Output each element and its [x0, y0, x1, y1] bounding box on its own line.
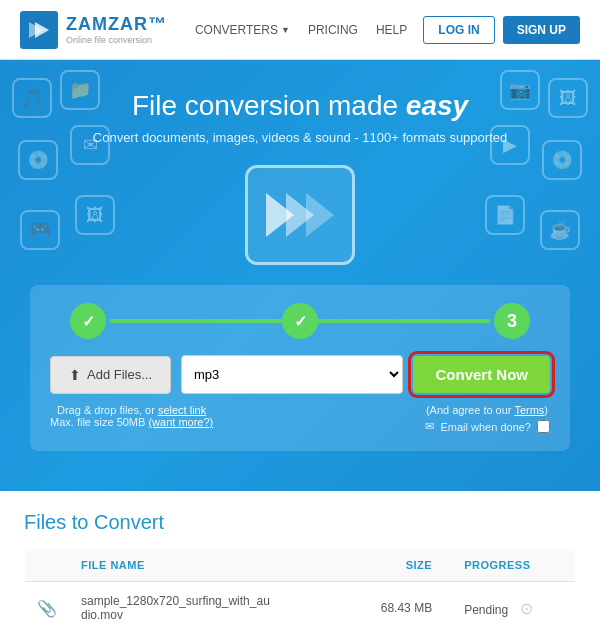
drag-text: Drag & drop files, or select link — [50, 404, 213, 416]
files-table: FILE NAME SIZE PROGRESS 📎 sample_1280x72… — [24, 548, 576, 625]
hero-subtitle: Convert documents, images, videos & soun… — [20, 130, 580, 145]
convert-panel: ✓ ✓ 3 ⬆ Add Files... mp3 mp4 pdf jpg Con… — [30, 285, 570, 451]
sketch-box — [245, 165, 355, 265]
header-buttons: LOG IN SIGN UP — [423, 16, 580, 44]
col-progress: PROGRESS — [444, 549, 575, 582]
files-title: Files to Convert — [24, 511, 576, 534]
table-row: 📎 sample_1280x720_surfing_with_audio.mov… — [25, 582, 576, 626]
right-notes: (And agree to our Terms) ✉ Email when do… — [425, 404, 550, 433]
hero-title: File conversion made easy — [20, 90, 580, 122]
file-size-cell: 68.43 MB — [346, 582, 444, 626]
login-button[interactable]: LOG IN — [423, 16, 494, 44]
files-section: Files to Convert FILE NAME SIZE PROGRESS… — [0, 491, 600, 625]
col-icon — [25, 549, 70, 582]
arrow-3 — [306, 193, 334, 237]
nav-help[interactable]: HELP — [376, 23, 407, 37]
terms-link[interactable]: Terms — [514, 404, 544, 416]
header-nav: CONVERTERS ▼ PRICING HELP — [195, 23, 407, 37]
svg-marker-1 — [35, 22, 49, 38]
agree-text: (And agree to our Terms) — [425, 404, 550, 416]
file-progress-cell: Pending ⊙ — [444, 582, 575, 626]
email-icon: ✉ — [425, 420, 434, 433]
signup-button[interactable]: SIGN UP — [503, 16, 580, 44]
table-header: FILE NAME SIZE PROGRESS — [25, 549, 576, 582]
convert-button-wrap: Convert Now — [413, 356, 550, 393]
center-logo — [20, 165, 580, 265]
notes-row: Drag & drop files, or select link Max. f… — [50, 404, 550, 433]
logo-area: ZAMZAR™ Online file conversion — [20, 11, 167, 49]
format-select[interactable]: mp3 mp4 pdf jpg — [181, 355, 403, 394]
file-icon: 📎 — [37, 600, 57, 617]
nav-converters[interactable]: CONVERTERS ▼ — [195, 23, 290, 37]
sketch-arrows — [266, 193, 334, 237]
logo-icon — [20, 11, 58, 49]
email-row: ✉ Email when done? — [425, 420, 550, 433]
step-1: ✓ — [70, 303, 106, 339]
logo-subtitle: Online file conversion — [66, 35, 167, 45]
upload-icon: ⬆ — [69, 367, 81, 383]
convert-button[interactable]: Convert Now — [413, 356, 550, 393]
file-icon-cell: 📎 — [25, 582, 70, 626]
email-checkbox[interactable] — [537, 420, 550, 433]
step-2: ✓ — [282, 303, 318, 339]
max-size-text: Max. file size 50MB (want more?) — [50, 416, 213, 428]
steps-row: ✓ ✓ 3 — [50, 303, 550, 339]
add-files-button[interactable]: ⬆ Add Files... — [50, 356, 171, 394]
hero-section: 🎵 📁 💿 ✉ 🎮 🖼 🖼 📷 💿 ▶ ☕ 📄 File conversion … — [0, 60, 600, 491]
select-link[interactable]: select link — [158, 404, 206, 416]
chevron-down-icon: ▼ — [281, 25, 290, 35]
nav-pricing[interactable]: PRICING — [308, 23, 358, 37]
step-3: 3 — [494, 303, 530, 339]
logo-title: ZAMZAR™ — [66, 14, 167, 35]
pending-icon: ⊙ — [520, 600, 533, 617]
col-size: SIZE — [346, 549, 444, 582]
want-more-link[interactable]: (want more?) — [148, 416, 213, 428]
logo-text-area: ZAMZAR™ Online file conversion — [66, 14, 167, 45]
file-name-cell: sample_1280x720_surfing_with_audio.mov — [69, 582, 346, 626]
table-body: 📎 sample_1280x720_surfing_with_audio.mov… — [25, 582, 576, 626]
controls-row: ⬆ Add Files... mp3 mp4 pdf jpg Convert N… — [50, 355, 550, 394]
file-info: Drag & drop files, or select link Max. f… — [50, 404, 213, 428]
col-filename: FILE NAME — [69, 549, 346, 582]
header: ZAMZAR™ Online file conversion CONVERTER… — [0, 0, 600, 60]
